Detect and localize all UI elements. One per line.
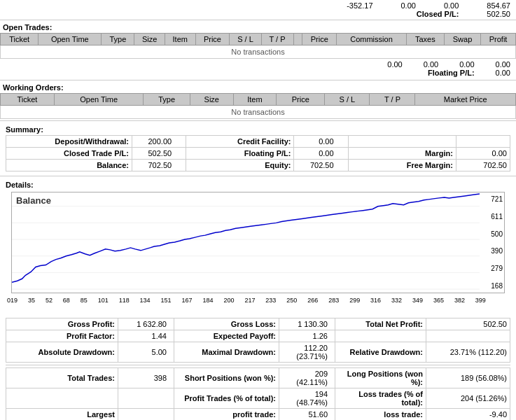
chart-container: Balance 721 611 500 390 279 168 xyxy=(11,192,505,293)
col-type: Type xyxy=(102,34,134,46)
largest-label: Largest xyxy=(6,409,118,421)
stat-val-7: 112.20 (23.71%) xyxy=(279,342,335,363)
col-ticket: Ticket xyxy=(1,34,39,46)
float-num-2: 0.00 xyxy=(424,60,438,69)
working-orders-table: Ticket Open Time Type Size Item Price S … xyxy=(0,93,516,119)
wo-col-type: Type xyxy=(144,94,190,106)
no-transactions-open: No transactions xyxy=(1,46,516,59)
sum-val-6: 702.50 xyxy=(132,160,186,172)
wo-col-size: Size xyxy=(190,94,233,106)
wo-col-price: Price xyxy=(277,94,325,106)
float-num-3: 0.00 xyxy=(459,60,474,69)
sum-label-1: Deposit/Withdrawal: xyxy=(6,136,132,148)
stat-label-1: Gross Profit: xyxy=(6,318,118,330)
stat-val-4: 1.44 xyxy=(118,330,174,342)
stat-label-2: Gross Loss: xyxy=(174,318,279,330)
sum-label-4: Floating P/L: xyxy=(186,148,294,160)
col-price: Price xyxy=(195,34,230,46)
sum-label-6: Balance: xyxy=(6,160,132,172)
float-num-4: 0.00 xyxy=(496,60,510,69)
wo-col-tp: T / P xyxy=(370,94,415,106)
stat-val-3: 502.50 xyxy=(426,318,510,330)
sum-val-1: 200.00 xyxy=(132,136,186,148)
stat-label-6: Absolute Drawdown: xyxy=(6,342,118,363)
top-num-4: 854.67 xyxy=(487,1,510,10)
col-empty xyxy=(293,34,302,46)
stat-label-3: Total Net Profit: xyxy=(335,318,426,330)
wo-col-market-price: Market Price xyxy=(415,94,516,106)
chart-y-axis: 721 611 500 390 279 168 xyxy=(480,192,504,293)
wo-col-sl: S / L xyxy=(325,94,370,106)
floating-pl-section: 0.00 0.00 0.00 0.00 Floating P/L: 0.00 xyxy=(0,59,516,78)
open-trades-table: Ticket Open Time Type Size Item Price S … xyxy=(0,33,516,59)
wo-col-item: Item xyxy=(233,94,277,106)
col-taxes: Taxes xyxy=(406,34,444,46)
details-section: Details: Balance 721 611 500 390 xyxy=(0,178,516,420)
details-header: Details: xyxy=(6,181,510,189)
floating-pl-value: 0.00 xyxy=(496,69,510,77)
total-trades-value: 398 xyxy=(118,368,174,388)
loss-trades-label: Loss trades (% of total): xyxy=(335,388,426,409)
col-profit: Profit xyxy=(481,34,516,46)
sum-label-7: Equity: xyxy=(186,160,294,172)
floating-pl-label: Floating P/L: xyxy=(428,69,475,77)
short-pos-value: 209 (42.11%) xyxy=(279,368,335,388)
stat-label-5: Expected Payoff: xyxy=(174,330,279,342)
summary-section: Summary: Deposit/Withdrawal: 200.00 Cred… xyxy=(0,122,516,174)
long-pos-label: Long Positions (won %): xyxy=(335,368,426,388)
summary-header: Summary: xyxy=(6,125,510,134)
long-pos-value: 189 (56.08%) xyxy=(426,368,510,388)
stat-val-5: 1.26 xyxy=(279,330,335,342)
stat-label-7: Maximal Drawdown: xyxy=(174,342,279,363)
sum-label-2: Credit Facility: xyxy=(186,136,294,148)
float-num-1: 0.00 xyxy=(387,60,402,69)
top-num-1: -352.17 xyxy=(347,1,372,10)
profit-trades-label: Profit Trades (% of total): xyxy=(174,388,279,409)
balance-chart xyxy=(12,192,480,293)
sum-val-2: 0.00 xyxy=(294,136,348,148)
sum-label-8: Free Margin: xyxy=(348,160,456,172)
stat-val-8: 23.71% (112.20) xyxy=(426,342,510,363)
col-size: Size xyxy=(134,34,165,46)
sum-val-7: 702.50 xyxy=(294,160,348,172)
open-trades-header: Open Trades: xyxy=(0,22,516,33)
closed-pl-label: Closed P/L: xyxy=(417,10,459,18)
sum-val-3: 502.50 xyxy=(132,148,186,160)
stat-label-4: Profit Factor: xyxy=(6,330,118,342)
col-open-time: Open Time xyxy=(39,34,102,46)
no-transactions-wo: No transactions xyxy=(1,106,516,119)
stat-val-6: 5.00 xyxy=(118,342,174,363)
col-commission: Commission xyxy=(337,34,407,46)
sum-val-4: 0.00 xyxy=(294,148,348,160)
sum-label-3: Closed Trade P/L: xyxy=(6,148,132,160)
loss-trades-value: 204 (51.26%) xyxy=(426,388,510,409)
short-pos-label: Short Positions (won %): xyxy=(174,368,279,388)
closed-pl-value: 502.50 xyxy=(487,10,510,18)
col-price2: Price xyxy=(302,34,337,46)
wo-col-open-time: Open Time xyxy=(54,94,143,106)
stat-val-2: 1 130.30 xyxy=(279,318,335,330)
top-num-2: 0.00 xyxy=(401,1,416,10)
sum-label-5: Margin: xyxy=(348,148,456,160)
profit-trades-value: 194 (48.74%) xyxy=(279,388,335,409)
sum-val-5: 0.00 xyxy=(456,148,510,160)
col-sl: S / L xyxy=(230,34,261,46)
working-orders-header: Working Orders: xyxy=(0,82,516,93)
stat-val-1: 1 632.80 xyxy=(118,318,174,330)
top-numbers-row: -352.17 0.00 0.00 854.67 xyxy=(0,0,516,10)
total-trades-label: Total Trades: xyxy=(6,368,118,388)
largest-right-label: loss trade: xyxy=(335,409,426,421)
col-swap: Swap xyxy=(444,34,480,46)
largest-mid-label: profit trade: xyxy=(174,409,279,421)
wo-col-ticket: Ticket xyxy=(1,94,55,106)
col-tp: T / P xyxy=(261,34,293,46)
stat-label-8: Relative Drawdown: xyxy=(335,342,426,363)
largest-right-value: -9.40 xyxy=(426,409,510,421)
chart-x-axis: 019 35 52 68 85 101 118 134 151 167 184 … xyxy=(6,296,510,304)
closed-pl-row: Closed P/L: 502.50 xyxy=(0,10,516,18)
top-num-3: 0.00 xyxy=(444,1,459,10)
sum-val-8: 702.50 xyxy=(456,160,510,172)
col-item: Item xyxy=(165,34,195,46)
largest-mid-value: 51.60 xyxy=(279,409,335,421)
